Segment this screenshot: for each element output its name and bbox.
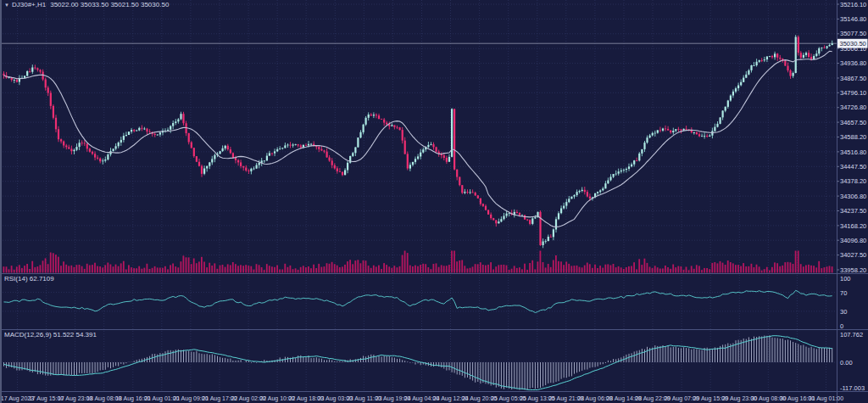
chart-symbol-period: DJ30#+,H1: [12, 1, 46, 8]
price-axis-label: 34378.20: [840, 177, 866, 185]
macd-axis-label: -117.003: [840, 384, 865, 392]
price-axis-label: 34936.80: [840, 59, 866, 67]
chart-ohlc-values: 35022.00 35033.50 35021.50 35030.50: [50, 1, 169, 8]
macd-histogram-layer: [4, 335, 832, 389]
price-axis-label: 33958.20: [840, 266, 866, 274]
price-axis-label: 35216.10: [840, 1, 866, 8]
rsi-axis[interactable]: 10070300: [840, 275, 851, 330]
trading-chart-window: 35216.1035146.8035077.5035006.1034936.80…: [0, 0, 868, 403]
rsi-axis-label: 30: [840, 308, 847, 316]
price-axis-label: 34867.50: [840, 75, 866, 82]
price-axis-label: 34726.80: [840, 104, 866, 111]
price-axis-label: 34796.10: [840, 89, 866, 97]
price-axis-label: 34588.20: [840, 133, 866, 141]
rsi-axis-label: 70: [840, 289, 847, 297]
rsi-indicator-label: RSI(14) 62.7109: [4, 275, 54, 283]
volume-layer: [3, 251, 833, 273]
price-axis-label: 34516.80: [840, 148, 866, 156]
macd-indicator-label: MACD(12,26,9) 51.522 54.391: [4, 331, 97, 339]
grid-layer: [0, 0, 837, 391]
price-axis-label: 34657.50: [840, 119, 866, 126]
price-axis-label: 34096.80: [840, 237, 866, 244]
time-axis[interactable]: 17 Aug 202317 Aug 15:0017 Aug 23:0018 Au…: [1, 395, 843, 402]
macd-axis-label: 107.762: [840, 331, 863, 339]
svg-text:35030.50: 35030.50: [840, 40, 866, 48]
chart-dropdown-icon[interactable]: ▼: [4, 3, 9, 8]
current-price-badge: 35030.50: [837, 39, 868, 48]
time-axis-label: 31 Aug 01:00: [809, 395, 843, 402]
price-axis-label: 34447.50: [840, 163, 866, 171]
price-axis-label: 35146.80: [840, 15, 866, 23]
rsi-axis-label: 0: [840, 322, 843, 330]
ma-line: [4, 51, 832, 227]
macd-axis[interactable]: 107.7620.00-117.003: [840, 331, 865, 392]
price-axis-label: 35077.50: [840, 30, 866, 37]
price-axis-label: 34306.80: [840, 193, 866, 200]
chart-canvas[interactable]: 35216.1035146.8035077.5035006.1034936.80…: [0, 0, 868, 403]
price-axis-label: 34168.20: [840, 222, 866, 230]
rsi-line: [4, 290, 832, 312]
price-axis-label: 34027.50: [840, 251, 866, 259]
price-axis-label: 34237.50: [840, 207, 866, 215]
rsi-axis-label: 100: [840, 275, 851, 283]
chart-title: ▼DJ30#+,H135022.00 35033.50 35021.50 350…: [4, 1, 169, 8]
macd-axis-label: 0.00: [840, 359, 853, 367]
pane-separators: [0, 0, 868, 403]
